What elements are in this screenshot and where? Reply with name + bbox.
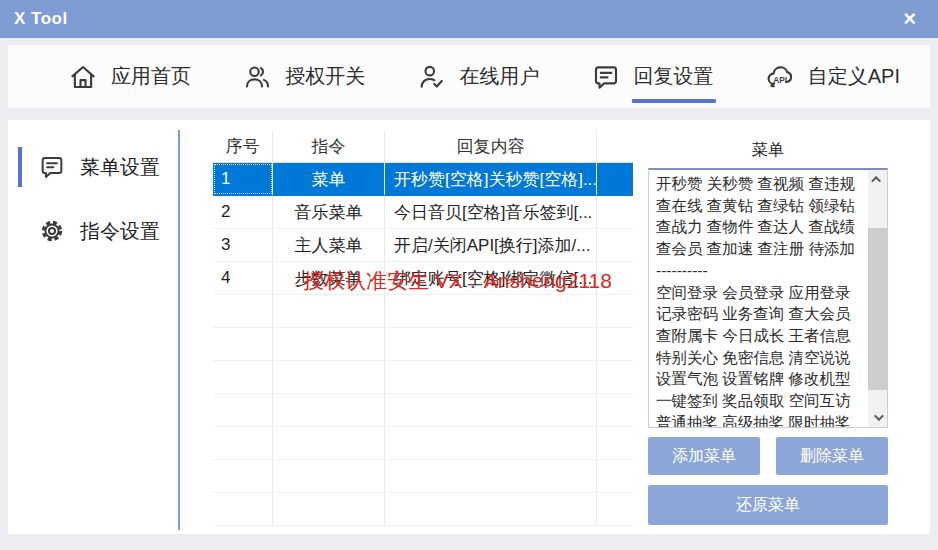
scrollbar[interactable] <box>868 170 887 427</box>
table-cell <box>273 295 385 327</box>
table-header-row: 序号 指令 回复内容 <box>213 130 633 163</box>
table-cell <box>597 295 633 327</box>
nav-tab-label: 自定义API <box>808 63 900 90</box>
table-cell <box>597 328 633 360</box>
table-row-empty[interactable] <box>213 493 633 526</box>
table-cell <box>385 361 597 393</box>
chat-icon <box>38 153 66 181</box>
nav-tab-label: 回复设置 <box>634 63 714 90</box>
chat-icon <box>591 62 621 92</box>
users-icon <box>242 62 272 92</box>
scroll-up-icon[interactable] <box>868 171 887 188</box>
table-cell <box>213 493 273 525</box>
nav-tab-api[interactable]: API自定义API <box>765 62 900 92</box>
table-cell: 菜单 <box>273 163 385 195</box>
menu-panel-title: 菜单 <box>648 140 888 161</box>
table-cell: 开秒赞[空格]关秒赞[空格]... <box>385 163 597 195</box>
table-cell: 4 <box>213 262 273 294</box>
table-cell: 1 <box>213 163 273 195</box>
table-row[interactable]: 2音乐菜单今日音贝[空格]音乐签到[... <box>213 196 633 229</box>
table-cell <box>273 394 385 426</box>
table-cell <box>385 493 597 525</box>
menu-line: 查会员 查加速 查注册 待添加 <box>656 238 865 260</box>
content-area: 菜单设置指令设置 序号 指令 回复内容 1菜单开秒赞[空格]关秒赞[空格]...… <box>8 120 930 534</box>
add-menu-button[interactable]: 添加菜单 <box>648 437 760 475</box>
table-cell <box>385 295 597 327</box>
table-cell <box>597 427 633 459</box>
title-bar[interactable]: X Tool × <box>0 0 938 38</box>
nav-tab-home[interactable]: 应用首页 <box>68 62 191 92</box>
table-cell <box>597 394 633 426</box>
table-cell <box>213 361 273 393</box>
menu-line: 查在线 查黄钻 查绿钻 领绿钻 <box>656 195 865 217</box>
nav-bar: 应用首页授权开关在线用户回复设置API自定义API <box>8 45 930 108</box>
menu-textarea[interactable]: 开秒赞 关秒赞 查视频 查违规查在线 查黄钻 查绿钻 领绿钻查战力 查物件 查达… <box>648 168 888 428</box>
table-body: 1菜单开秒赞[空格]关秒赞[空格]...2音乐菜单今日音贝[空格]音乐签到[..… <box>213 163 633 526</box>
menu-textarea-content: 开秒赞 关秒赞 查视频 查违规查在线 查黄钻 查绿钻 领绿钻查战力 查物件 查达… <box>656 173 865 428</box>
table-cell <box>385 460 597 492</box>
table-row-empty[interactable] <box>213 328 633 361</box>
close-icon[interactable]: × <box>895 9 924 29</box>
table-cell <box>273 460 385 492</box>
restore-menu-button[interactable]: 还原菜单 <box>648 485 888 525</box>
table-cell <box>273 493 385 525</box>
table-cell <box>597 493 633 525</box>
menu-line: 普通抽奖 高级抽奖 限时抽奖 <box>656 412 865 428</box>
menu-line: 设置气泡 设置铭牌 修改机型 <box>656 368 865 390</box>
column-header-cmd[interactable]: 指令 <box>273 130 385 162</box>
menu-line: 空间登录 会员登录 应用登录 <box>656 282 865 304</box>
table-cell: 音乐菜单 <box>273 196 385 228</box>
table-cell <box>597 361 633 393</box>
table-cell <box>385 394 597 426</box>
table-row-empty[interactable] <box>213 361 633 394</box>
menu-line: ---------- <box>656 260 865 282</box>
gear-icon <box>38 217 66 245</box>
menu-line: 特别关心 免密信息 清空说说 <box>656 347 865 369</box>
sidebar-item-menu-settings[interactable]: 菜单设置 <box>8 144 176 190</box>
table-cell: 今日音贝[空格]音乐签到[... <box>385 196 597 228</box>
menu-line: 记录密码 业务查询 查大会员 <box>656 303 865 325</box>
menu-button-row: 添加菜单 删除菜单 <box>648 437 888 475</box>
table-row[interactable]: 3主人菜单开启/关闭API[换行]添加/... <box>213 229 633 262</box>
menu-line: 一键签到 奖品领取 空间互访 <box>656 390 865 412</box>
sidebar-divider <box>178 130 180 530</box>
column-header-no[interactable]: 序号 <box>213 130 273 162</box>
menu-line: 开秒赞 关秒赞 查视频 查违规 <box>656 173 865 195</box>
table-cell <box>597 460 633 492</box>
table-cell <box>273 361 385 393</box>
svg-text:API: API <box>773 75 787 84</box>
table-cell <box>385 427 597 459</box>
nav-tab-auth[interactable]: 授权开关 <box>242 62 365 92</box>
menu-line: 查附属卡 今日成长 王者信息 <box>656 325 865 347</box>
active-indicator <box>18 147 22 187</box>
sidebar-item-label: 菜单设置 <box>80 154 160 181</box>
table-row-empty[interactable] <box>213 295 633 328</box>
table-cell <box>597 196 633 228</box>
menu-panel: 菜单 开秒赞 关秒赞 查视频 查违规查在线 查黄钻 查绿钻 领绿钻查战力 查物件… <box>648 120 888 534</box>
table-cell <box>213 427 273 459</box>
sidebar-item-label: 指令设置 <box>80 218 160 245</box>
table-cell <box>273 328 385 360</box>
table-row[interactable]: 1菜单开秒赞[空格]关秒赞[空格]... <box>213 163 633 196</box>
nav-tab-label: 在线用户 <box>459 63 539 90</box>
table-row-empty[interactable] <box>213 427 633 460</box>
column-header-reply[interactable]: 回复内容 <box>385 130 597 162</box>
nav-tab-online[interactable]: 在线用户 <box>416 62 539 92</box>
nav-tab-label: 授权开关 <box>285 63 365 90</box>
scrollbar-thumb[interactable] <box>868 228 887 390</box>
table-cell <box>597 229 633 261</box>
sidebar-item-command-settings[interactable]: 指令设置 <box>8 208 176 254</box>
table-cell: 2 <box>213 196 273 228</box>
table-row-empty[interactable] <box>213 394 633 427</box>
table-row-empty[interactable] <box>213 460 633 493</box>
table-cell <box>213 295 273 327</box>
scroll-down-icon[interactable] <box>868 409 887 426</box>
nav-tab-label: 应用首页 <box>111 63 191 90</box>
nav-tab-reply[interactable]: 回复设置 <box>591 62 714 92</box>
table-cell <box>213 394 273 426</box>
table-cell <box>213 328 273 360</box>
delete-menu-button[interactable]: 删除菜单 <box>776 437 888 475</box>
watermark-text: 授权认准安生 VX：Ansheng2118 <box>303 267 612 295</box>
command-table: 序号 指令 回复内容 1菜单开秒赞[空格]关秒赞[空格]...2音乐菜单今日音贝… <box>213 130 633 526</box>
table-cell <box>213 460 273 492</box>
